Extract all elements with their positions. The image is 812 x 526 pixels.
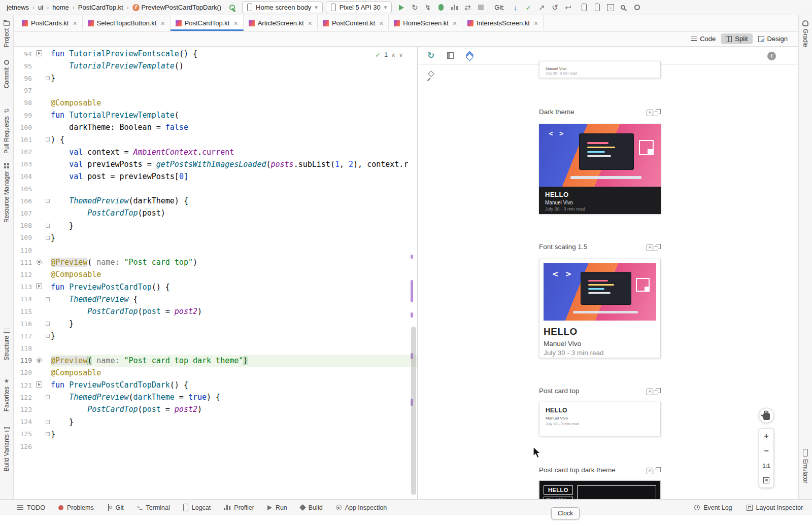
code-line-115[interactable]: 115 PostCardTop(post = post2) [14, 305, 417, 318]
fold-marker-icon[interactable] [46, 322, 50, 326]
rollback-button[interactable]: ↩ [561, 2, 574, 14]
code-line-103[interactable]: 103 val previewPosts = getPostsWithImage… [14, 158, 417, 170]
preview-config-button[interactable] [647, 242, 653, 251]
gutter-preview-run-button[interactable] [36, 283, 42, 291]
apply-changes-button[interactable]: ↻ [408, 2, 421, 14]
status-item-build[interactable]: Build [300, 504, 323, 511]
fold-marker-icon[interactable] [46, 334, 50, 338]
code-line-108[interactable]: 108 } [14, 220, 417, 232]
code-line-104[interactable]: 104 val post = previewPosts[0] [14, 170, 417, 183]
settings-button[interactable] [630, 2, 644, 14]
code-line-106[interactable]: 106 ThemedPreview(darkTheme) { [14, 195, 417, 207]
code-line-123[interactable]: 123 PostCardTop(post = post2) [14, 403, 417, 415]
code-line-105[interactable]: 105 [14, 183, 417, 195]
open-in-new-button[interactable] [653, 466, 661, 474]
code-line-113[interactable]: 113fun PreviewPostCardTop() { [14, 281, 417, 293]
layout-mode-button[interactable] [444, 50, 457, 62]
tool-button-favorites[interactable]: ★Favorites [0, 378, 13, 411]
code-line-121[interactable]: 121fun PreviewPostCardTopDark() { [14, 379, 417, 391]
refresh-preview-button[interactable]: ↻ [424, 50, 437, 62]
code-line-116[interactable]: 116 } [14, 318, 417, 330]
tab-homescreen-kt[interactable]: HomeScreen.kt× [389, 15, 462, 31]
status-item-app-inspection[interactable]: App Inspection [336, 504, 387, 511]
tool-button-resource-manager[interactable]: Resource Manager [0, 163, 13, 223]
attach-debugger-button[interactable]: ⇄ [461, 2, 474, 14]
breadcrumb-item-postcardtop-kt[interactable]: PostCardTop.kt [77, 3, 125, 12]
status-item-run[interactable]: Run [267, 504, 287, 511]
previous-issue-icon[interactable]: ∧ [391, 52, 395, 58]
tab-close-icon[interactable]: × [379, 19, 383, 27]
code-line-126[interactable]: 126 [14, 440, 417, 452]
warning-badge[interactable]: ! [767, 52, 776, 60]
zoom-out-button[interactable]: − [759, 443, 773, 458]
status-item-problems[interactable]: Problems [58, 504, 94, 511]
code-line-107[interactable]: 107 PostCardTop(post) [14, 207, 417, 219]
tab-postcardtop-kt[interactable]: PostCardTop.kt× [171, 15, 244, 31]
tool-button-gradle[interactable]: Gradle [799, 20, 812, 47]
tool-button-build-variants[interactable]: Build Variants [0, 427, 13, 471]
tool-button-emulator[interactable]: Emulator [799, 449, 812, 483]
tab-selecttopicbutton-kt[interactable]: SelectTopicButton.kt× [83, 15, 171, 31]
update-project-button[interactable]: ↓ [509, 2, 522, 14]
tab-close-icon[interactable]: × [73, 19, 77, 27]
run-button[interactable] [395, 2, 408, 14]
fold-marker-icon[interactable] [46, 137, 50, 142]
code-line-112[interactable]: 112@Composable [14, 268, 417, 280]
code-line-102[interactable]: 102 val context = AmbientContext.current [14, 146, 417, 158]
fold-marker-icon[interactable] [46, 76, 50, 80]
inspection-widget[interactable]: ✓ 1 ∧ ∨ [375, 51, 403, 58]
code-line-97[interactable]: 97 [14, 85, 417, 97]
editor-scrollbar[interactable] [410, 47, 417, 499]
code-line-95[interactable]: 95 TutorialPreviewTemplate() [14, 60, 417, 72]
code-line-125[interactable]: 125} [14, 428, 417, 440]
status-item-todo[interactable]: TODO [17, 504, 45, 511]
tab-close-icon[interactable]: × [160, 19, 164, 27]
open-in-new-button[interactable] [653, 243, 661, 251]
emulator-button[interactable] [591, 2, 604, 14]
code-line-117[interactable]: 117} [14, 330, 417, 342]
code-line-120[interactable]: 120@Composable [14, 367, 417, 379]
device-select[interactable]: Pixel 5 API 30 [326, 2, 392, 13]
tab-postcards-kt[interactable]: PostCards.kt× [17, 15, 83, 31]
code-editor[interactable]: 94fun TutorialPreviewFontscale() {95 Tut… [14, 47, 417, 499]
tab-articlescreen-kt[interactable]: ArticleScreen.kt× [244, 15, 318, 31]
preview-config-button[interactable] [647, 466, 653, 474]
commit-button[interactable]: ✓ [522, 2, 535, 14]
history-button[interactable]: ↺ [548, 2, 561, 14]
tab-close-icon[interactable]: × [453, 19, 457, 27]
fold-marker-icon[interactable] [46, 236, 50, 240]
breadcrumb-item-home[interactable]: home [51, 3, 71, 12]
preview-config-button[interactable] [647, 108, 653, 116]
code-line-96[interactable]: 96} [14, 72, 417, 84]
preview-config-button[interactable] [647, 387, 653, 395]
tool-button-project[interactable]: Project [0, 19, 13, 47]
gutter-preview-run-button[interactable] [36, 50, 42, 58]
status-item-event-log[interactable]: Event Log [694, 504, 732, 511]
zoom-actual-size-button[interactable]: 1:1 [759, 458, 773, 473]
fold-marker-icon[interactable] [46, 199, 50, 203]
scrollbar-thumb[interactable] [411, 327, 416, 495]
fold-marker-icon[interactable] [46, 420, 50, 424]
code-line-101[interactable]: 101) { [14, 133, 417, 146]
zoom-in-button[interactable]: + [759, 429, 773, 443]
code-line-99[interactable]: 99fun TutorialPreviewTemplate( [14, 109, 417, 121]
fold-marker-icon[interactable] [46, 432, 50, 436]
apply-code-changes-button[interactable]: ↯ [421, 2, 434, 14]
view-mode-code[interactable]: Code [686, 33, 720, 44]
fold-marker-icon[interactable] [46, 395, 50, 399]
zoom-to-fit-button[interactable] [759, 473, 773, 487]
code-line-98[interactable]: 98@Composable [14, 97, 417, 109]
code-line-118[interactable]: 118 [14, 342, 417, 355]
pan-button[interactable] [759, 408, 774, 423]
tool-button-pull-requests[interactable]: ⇄Pull Requests [0, 108, 13, 154]
code-line-119[interactable]: 119@Preview( name: "Post card top dark t… [14, 355, 417, 367]
code-line-114[interactable]: 114 ThemedPreview { [14, 293, 417, 305]
code-line-111[interactable]: 111@Preview( name: "Post card top") [14, 256, 417, 268]
fold-marker-icon[interactable] [46, 297, 50, 301]
tab-close-icon[interactable]: × [233, 19, 238, 27]
tab-close-icon[interactable]: × [308, 19, 312, 27]
code-line-109[interactable]: 109} [14, 232, 417, 244]
stop-button[interactable] [474, 2, 487, 14]
fold-marker-icon[interactable] [46, 224, 50, 228]
gutter-gear-button[interactable] [37, 259, 42, 266]
